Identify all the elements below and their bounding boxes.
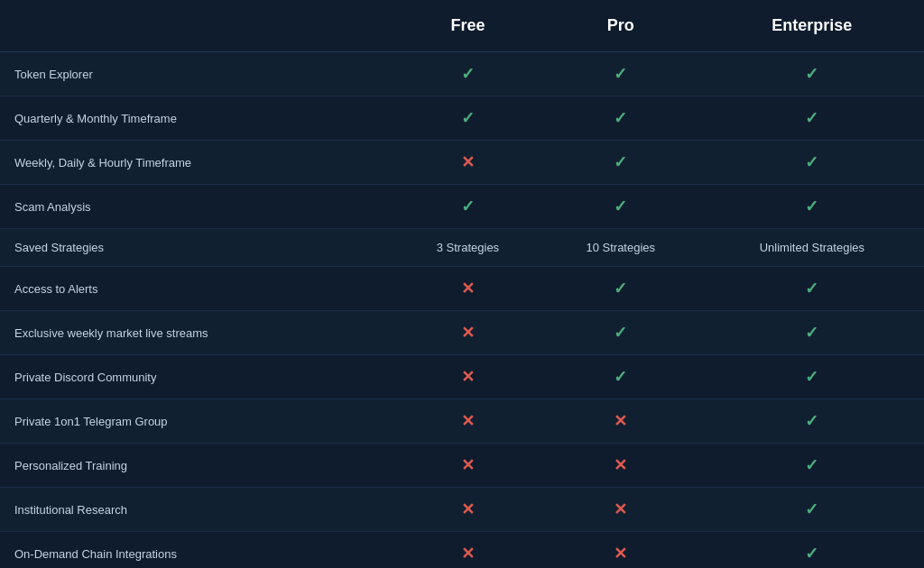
cross-icon: ✕ <box>614 412 627 430</box>
cross-icon: ✕ <box>461 324 475 342</box>
pro-cell: ✓ <box>541 141 700 185</box>
pro-cell: ✕ <box>541 444 700 488</box>
cross-icon: ✕ <box>461 500 475 518</box>
check-icon: ✓ <box>805 545 818 563</box>
pro-cell: 10 Strategies <box>541 229 700 267</box>
check-icon: ✓ <box>614 153 627 171</box>
cross-icon: ✕ <box>614 456 627 474</box>
feature-label: Private Discord Community <box>0 355 394 399</box>
enterprise-cell: ✓ <box>700 96 924 141</box>
feature-label: Exclusive weekly market live streams <box>0 311 394 355</box>
free-cell: ✓ <box>394 185 541 229</box>
table-row: Private Discord Community✕✓✓ <box>0 355 924 399</box>
enterprise-cell: ✓ <box>700 488 924 532</box>
strategies-value: 10 Strategies <box>586 241 655 254</box>
pro-column-header: Pro <box>541 0 700 52</box>
free-cell: ✕ <box>394 488 541 532</box>
strategies-value: Unlimited Strategies <box>760 241 864 254</box>
feature-label: Private 1on1 Telegram Group <box>0 399 394 444</box>
check-icon: ✓ <box>805 368 818 386</box>
enterprise-cell: ✓ <box>700 311 924 355</box>
feature-label: Token Explorer <box>0 52 394 96</box>
free-cell: 3 Strategies <box>394 229 541 267</box>
enterprise-cell: ✓ <box>700 399 924 444</box>
free-cell: ✓ <box>394 96 541 141</box>
cross-icon: ✕ <box>461 545 475 563</box>
cross-icon: ✕ <box>461 368 475 386</box>
table-row: Exclusive weekly market live streams✕✓✓ <box>0 311 924 355</box>
feature-label: Quarterly & Monthly Timeframe <box>0 96 394 141</box>
check-icon: ✓ <box>805 279 818 298</box>
enterprise-cell: ✓ <box>700 532 924 569</box>
free-cell: ✕ <box>394 355 541 399</box>
check-icon: ✓ <box>614 197 627 215</box>
pro-cell: ✕ <box>541 532 700 569</box>
check-icon: ✓ <box>805 153 818 171</box>
feature-label: Access to Alerts <box>0 267 394 311</box>
table-row: Private 1on1 Telegram Group✕✕✓ <box>0 399 924 444</box>
check-icon: ✓ <box>614 368 627 386</box>
enterprise-cell: ✓ <box>700 185 924 229</box>
table-row: Scam Analysis✓✓✓ <box>0 185 924 229</box>
table-row: Personalized Training✕✕✓ <box>0 444 924 488</box>
free-cell: ✕ <box>394 267 541 311</box>
table-row: Access to Alerts✕✓✓ <box>0 267 924 311</box>
table-row: Institutional Research✕✕✓ <box>0 488 924 532</box>
check-icon: ✓ <box>614 324 627 342</box>
check-icon: ✓ <box>805 109 818 127</box>
table-row: Quarterly & Monthly Timeframe✓✓✓ <box>0 96 924 141</box>
feature-label: Personalized Training <box>0 444 394 488</box>
table-row: On-Demand Chain Integrations✕✕✓ <box>0 532 924 569</box>
enterprise-cell: ✓ <box>700 52 924 96</box>
enterprise-cell: Unlimited Strategies <box>700 229 924 267</box>
cross-icon: ✕ <box>461 412 475 430</box>
check-icon: ✓ <box>805 412 818 430</box>
check-icon: ✓ <box>805 65 818 83</box>
pro-cell: ✓ <box>541 185 700 229</box>
feature-label: Weekly, Daily & Hourly Timeframe <box>0 141 394 185</box>
free-cell: ✓ <box>394 52 541 96</box>
check-icon: ✓ <box>461 109 475 127</box>
pro-cell: ✓ <box>541 311 700 355</box>
enterprise-cell: ✓ <box>700 267 924 311</box>
check-icon: ✓ <box>614 65 627 83</box>
free-cell: ✕ <box>394 399 541 444</box>
free-cell: ✕ <box>394 141 541 185</box>
check-icon: ✓ <box>805 456 818 474</box>
check-icon: ✓ <box>461 65 475 83</box>
feature-column-header <box>0 0 394 52</box>
cross-icon: ✕ <box>614 500 627 518</box>
check-icon: ✓ <box>805 197 818 215</box>
enterprise-cell: ✓ <box>700 141 924 185</box>
pro-cell: ✕ <box>541 399 700 444</box>
free-cell: ✕ <box>394 444 541 488</box>
check-icon: ✓ <box>805 324 818 342</box>
check-icon: ✓ <box>614 279 627 298</box>
strategies-value: 3 Strategies <box>437 241 499 254</box>
cross-icon: ✕ <box>461 456 475 474</box>
check-icon: ✓ <box>614 109 627 127</box>
pro-cell: ✓ <box>541 267 700 311</box>
pro-cell: ✓ <box>541 52 700 96</box>
enterprise-cell: ✓ <box>700 355 924 399</box>
cross-icon: ✕ <box>461 153 475 171</box>
enterprise-column-header: Enterprise <box>700 0 924 52</box>
cross-icon: ✕ <box>614 545 627 563</box>
table-row: Saved Strategies3 Strategies10 Strategie… <box>0 229 924 267</box>
feature-label: Scam Analysis <box>0 185 394 229</box>
free-cell: ✕ <box>394 311 541 355</box>
free-cell: ✕ <box>394 532 541 569</box>
pro-cell: ✕ <box>541 488 700 532</box>
pro-cell: ✓ <box>541 96 700 141</box>
feature-label: Institutional Research <box>0 488 394 532</box>
enterprise-cell: ✓ <box>700 444 924 488</box>
table-row: Token Explorer✓✓✓ <box>0 52 924 96</box>
check-icon: ✓ <box>461 197 475 215</box>
feature-label: On-Demand Chain Integrations <box>0 532 394 569</box>
cross-icon: ✕ <box>461 279 475 298</box>
feature-label: Saved Strategies <box>0 229 394 267</box>
pricing-comparison-table: Free Pro Enterprise Token Explorer✓✓✓Qua… <box>0 0 924 568</box>
pro-cell: ✓ <box>541 355 700 399</box>
table-row: Weekly, Daily & Hourly Timeframe✕✓✓ <box>0 141 924 185</box>
free-column-header: Free <box>394 0 541 52</box>
